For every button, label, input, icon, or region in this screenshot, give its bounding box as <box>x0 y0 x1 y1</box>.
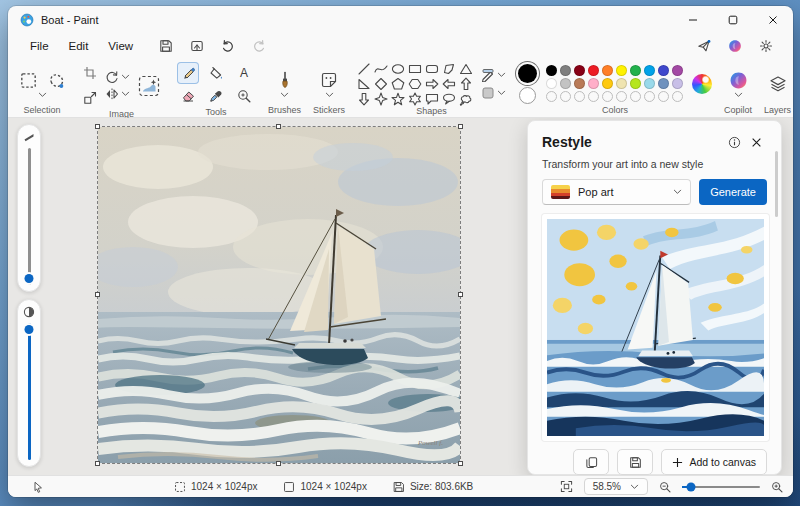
text-tool-button[interactable]: A <box>233 62 255 84</box>
canvas-selection[interactable]: Powell f. <box>98 127 460 463</box>
color-swatch-99d9ea[interactable] <box>644 78 656 90</box>
color-swatch-empty[interactable] <box>602 91 614 103</box>
selection-dropdown-chevron-icon[interactable] <box>38 92 47 98</box>
rounded-rectangle-shape-button[interactable] <box>425 62 439 75</box>
free-form-select-button[interactable] <box>45 69 67 91</box>
export-icon[interactable] <box>190 39 204 53</box>
zoom-slider-thumb[interactable] <box>687 482 696 491</box>
speech-oval-shape-button[interactable] <box>442 92 456 105</box>
color-swatch-000000[interactable] <box>546 65 558 77</box>
rectangle-select-button[interactable] <box>17 69 39 91</box>
color-swatch-7092be[interactable] <box>658 78 670 90</box>
color-swatch-ff7f27[interactable] <box>602 65 614 77</box>
color-swatch-fff200[interactable] <box>616 65 628 77</box>
copy-result-button[interactable] <box>573 449 609 475</box>
diamond-shape-button[interactable] <box>374 77 388 90</box>
color-swatch-00a2e8[interactable] <box>644 65 656 77</box>
copilot-button[interactable] <box>727 69 749 91</box>
flip-button[interactable] <box>105 87 130 101</box>
opacity-track[interactable] <box>28 323 31 460</box>
pencil-tool-button[interactable] <box>177 62 199 84</box>
hexagon-shape-button[interactable] <box>408 77 422 90</box>
selection-handle-top-right[interactable] <box>458 124 463 129</box>
redo-icon[interactable] <box>252 39 266 53</box>
selection-handle-bottom-left[interactable] <box>95 461 100 466</box>
style-dropdown[interactable]: Pop art <box>542 179 691 205</box>
star-five-shape-button[interactable] <box>391 92 405 105</box>
menu-view[interactable]: View <box>98 37 143 55</box>
brushes-chevron-icon[interactable] <box>280 92 289 98</box>
minimize-button[interactable] <box>673 6 713 33</box>
color-swatch-empty[interactable] <box>588 91 600 103</box>
right-triangle-shape-button[interactable] <box>357 77 371 90</box>
undo-icon[interactable] <box>221 39 235 53</box>
opacity-slider[interactable] <box>17 299 41 467</box>
zoom-in-icon[interactable] <box>771 481 783 493</box>
color-swatch-ed1c24[interactable] <box>588 65 600 77</box>
background-color-well[interactable] <box>519 87 536 104</box>
zoom-slider[interactable] <box>682 486 760 488</box>
color-swatch-b97a57[interactable] <box>574 78 586 90</box>
star-six-shape-button[interactable] <box>408 92 422 105</box>
selection-handle-top-left[interactable] <box>95 124 100 129</box>
color-swatch-22b14c[interactable] <box>630 65 642 77</box>
triangle-shape-button[interactable] <box>459 62 473 75</box>
curve-shape-button[interactable] <box>374 62 388 75</box>
selection-handle-bottom-center[interactable] <box>276 461 281 466</box>
share-icon[interactable] <box>697 39 711 53</box>
generate-button[interactable]: Generate <box>699 179 767 205</box>
fit-to-screen-icon[interactable] <box>560 480 573 493</box>
color-swatch-a349a4[interactable] <box>672 65 684 77</box>
fill-tool-button[interactable] <box>205 62 227 84</box>
maximize-button[interactable] <box>713 6 753 33</box>
thought-cloud-shape-button[interactable] <box>459 92 473 105</box>
color-swatch-b5e61d[interactable] <box>630 78 642 90</box>
shape-outline-button[interactable] <box>481 68 506 82</box>
copilot-chevron-icon[interactable] <box>734 92 743 98</box>
rotate-button[interactable] <box>105 70 130 84</box>
zoom-level-dropdown[interactable]: 58.5% <box>584 478 648 495</box>
brush-size-thumb[interactable] <box>25 274 34 283</box>
layers-button[interactable] <box>767 73 789 95</box>
arrow-up-shape-button[interactable] <box>459 77 473 90</box>
color-swatch-880015[interactable] <box>574 65 586 77</box>
color-swatch-3f48cc[interactable] <box>658 65 670 77</box>
copilot-icon[interactable] <box>728 39 742 53</box>
brush-size-track[interactable] <box>28 148 31 285</box>
save-icon[interactable] <box>159 39 173 53</box>
rectangle-shape-button[interactable] <box>408 62 422 75</box>
color-swatch-empty[interactable] <box>658 91 670 103</box>
oval-shape-button[interactable] <box>391 62 405 75</box>
restyle-close-button[interactable] <box>745 131 767 153</box>
color-swatch-empty[interactable] <box>546 91 558 103</box>
color-swatch-ffaec9[interactable] <box>588 78 600 90</box>
foreground-color-well[interactable] <box>518 64 537 83</box>
color-swatch-empty[interactable] <box>616 91 628 103</box>
color-swatch-empty[interactable] <box>574 91 586 103</box>
restyle-info-button[interactable] <box>723 131 745 153</box>
color-swatch-ffffff[interactable] <box>546 78 558 90</box>
eraser-tool-button[interactable] <box>177 85 199 107</box>
color-swatch-efe4b0[interactable] <box>616 78 628 90</box>
stickers-button[interactable] <box>318 69 340 91</box>
color-swatch-c8bfe7[interactable] <box>672 78 684 90</box>
canvas-painting[interactable]: Powell f. <box>98 127 460 463</box>
remove-background-button[interactable] <box>134 71 164 101</box>
shape-fill-button[interactable] <box>481 86 506 100</box>
polygon-shape-button[interactable] <box>442 62 456 75</box>
color-swatch-empty[interactable] <box>560 91 572 103</box>
resize-button[interactable] <box>79 87 101 109</box>
brushes-button[interactable] <box>274 69 296 91</box>
line-shape-button[interactable] <box>357 62 371 75</box>
pentagon-shape-button[interactable] <box>391 77 405 90</box>
color-swatch-empty[interactable] <box>672 91 684 103</box>
speech-rectangle-shape-button[interactable] <box>425 92 439 105</box>
arrow-right-shape-button[interactable] <box>425 77 439 90</box>
arrow-down-shape-button[interactable] <box>357 92 371 105</box>
brush-size-slider[interactable] <box>17 124 41 292</box>
menu-file[interactable]: File <box>20 37 59 55</box>
add-to-canvas-button[interactable]: Add to canvas <box>661 449 767 475</box>
selection-handle-middle-right[interactable] <box>458 292 463 297</box>
color-swatch-empty[interactable] <box>630 91 642 103</box>
save-result-button[interactable] <box>617 449 653 475</box>
